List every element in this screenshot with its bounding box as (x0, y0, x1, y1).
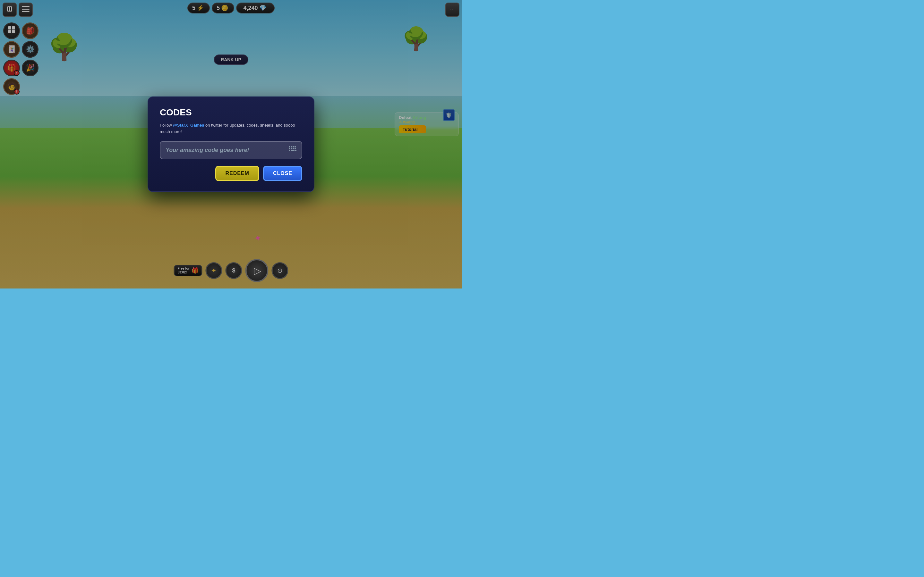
modal-buttons: REDEEM CLOSE (160, 166, 302, 181)
svg-rect-20 (289, 150, 290, 151)
code-input[interactable] (166, 147, 289, 153)
modal-overlay: CODES Follow @StarX_Games on twitter for… (0, 0, 462, 288)
codes-modal: CODES Follow @StarX_Games on twitter for… (148, 97, 314, 192)
twitter-handle[interactable]: @StarX_Games (173, 123, 204, 127)
desc-prefix: Follow (160, 123, 173, 127)
redeem-button[interactable]: REDEEM (215, 166, 259, 181)
svg-rect-18 (292, 148, 294, 149)
svg-rect-22 (295, 150, 296, 151)
svg-rect-21 (291, 150, 294, 151)
svg-rect-12 (289, 146, 290, 147)
svg-rect-17 (291, 148, 292, 149)
svg-rect-15 (294, 146, 296, 147)
close-button[interactable]: CLOSE (263, 166, 302, 181)
svg-rect-14 (292, 146, 294, 147)
svg-rect-19 (294, 148, 296, 149)
code-input-wrapper (160, 141, 302, 159)
modal-title: CODES (160, 107, 302, 118)
modal-description: Follow @StarX_Games on twitter for updat… (160, 122, 302, 135)
svg-rect-16 (289, 148, 290, 149)
svg-rect-13 (291, 146, 292, 147)
keyboard-icon (289, 146, 296, 154)
